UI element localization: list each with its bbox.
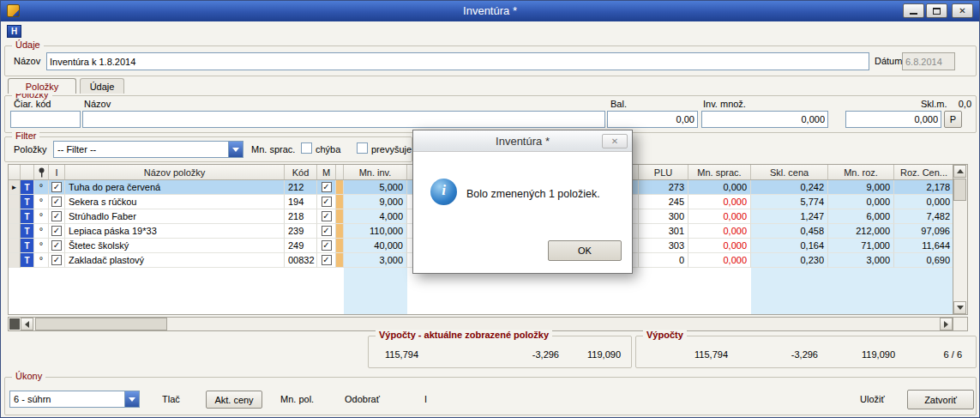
checkbox-m[interactable]: ✓ bbox=[322, 182, 332, 192]
nazov-input[interactable] bbox=[46, 52, 869, 70]
i-button[interactable]: I bbox=[424, 394, 427, 404]
close-button[interactable]: ✕ bbox=[952, 3, 973, 18]
dialog-titlebar[interactable]: Inventúra * ✕ bbox=[413, 130, 632, 152]
cell-strip bbox=[336, 180, 344, 195]
checkbox-m[interactable]: ✓ bbox=[322, 226, 332, 236]
filter-dropdown-button[interactable] bbox=[228, 142, 243, 157]
cell-ind bbox=[9, 224, 21, 239]
filter-polozky-label: Položky bbox=[14, 144, 47, 154]
h-button[interactable]: H bbox=[7, 25, 21, 38]
close-icon: ✕ bbox=[611, 136, 618, 146]
cell-rozcen: 11,644 bbox=[894, 239, 953, 253]
grid-splitter-handle[interactable] bbox=[9, 318, 20, 330]
checkbox-i[interactable]: ✓ bbox=[51, 240, 62, 251]
cell-mnroz: 71,000 bbox=[828, 239, 894, 253]
scroll-down-button[interactable] bbox=[953, 301, 966, 314]
checkbox-m[interactable]: ✓ bbox=[322, 197, 332, 207]
cell-mnroz: 3,000 bbox=[828, 253, 894, 268]
ulozit-button[interactable]: Uložiť bbox=[860, 394, 885, 404]
column-header-mnroz[interactable]: Mn. roz. bbox=[828, 165, 894, 179]
cell-kod: 00832 bbox=[285, 253, 317, 268]
cell-i: ✓ bbox=[49, 239, 65, 253]
v-scroll-thumb[interactable] bbox=[953, 179, 966, 201]
scroll-left-button[interactable] bbox=[21, 318, 33, 330]
checkbox-i[interactable]: ✓ bbox=[51, 197, 62, 207]
scroll-corner bbox=[953, 317, 968, 331]
minimize-icon bbox=[910, 8, 917, 15]
prevysuje-label: prevyšuje bbox=[371, 144, 412, 154]
column-header-i[interactable]: I bbox=[49, 165, 65, 179]
odobrat-button[interactable]: Odobrať bbox=[345, 394, 380, 404]
column-header-mninv[interactable]: Mn. inv. bbox=[344, 165, 407, 179]
cell-sklcena: 1,247 bbox=[751, 209, 828, 224]
filter-dropdown[interactable]: -- Filter -- bbox=[53, 141, 243, 158]
cell-rozcen: 0,000 bbox=[894, 195, 953, 209]
checkbox-i[interactable]: ✓ bbox=[51, 211, 62, 221]
summary-total-group: Výpočty 115,794 -3,296 119,090 6 / 6 bbox=[635, 336, 977, 368]
checkbox-i[interactable]: ✓ bbox=[51, 255, 62, 265]
scroll-down-icon bbox=[957, 306, 964, 310]
titlebar[interactable]: Inventúra * ✕ bbox=[1, 1, 979, 21]
cell-strip bbox=[336, 209, 344, 224]
checkbox-i[interactable]: ✓ bbox=[51, 226, 62, 236]
cell-pin: ° bbox=[34, 195, 49, 209]
action-select[interactable]: 6 - súhrn bbox=[9, 391, 140, 408]
column-header-m[interactable]: M bbox=[317, 165, 336, 179]
cell-mnsprac: 0,000 bbox=[688, 195, 751, 209]
current-row-indicator: ► bbox=[9, 180, 21, 195]
mn-pol-button[interactable]: Mn. pol. bbox=[280, 394, 314, 404]
column-header-t bbox=[21, 165, 34, 179]
tab-polozky[interactable]: Položky bbox=[8, 78, 76, 94]
summary-value: 119,090 bbox=[842, 349, 895, 360]
zatvorit-button[interactable]: Zatvoriť bbox=[907, 390, 974, 409]
column-header-mnsprac[interactable]: Mn. sprac. bbox=[688, 165, 751, 179]
ciar-kod-input[interactable] bbox=[10, 111, 81, 128]
checkbox-m[interactable]: ✓ bbox=[322, 240, 332, 251]
cell-m: ✓ bbox=[317, 209, 336, 224]
summary-visible-caption: Výpočty - aktuálne zobrazené položky bbox=[376, 330, 552, 340]
maximize-icon bbox=[933, 8, 941, 15]
prevysuje-checkbox[interactable] bbox=[357, 142, 368, 154]
minimize-button[interactable] bbox=[903, 3, 924, 18]
info-icon bbox=[430, 179, 457, 205]
maximize-button[interactable] bbox=[926, 3, 947, 18]
akt-ceny-button[interactable]: Akt. ceny bbox=[206, 391, 262, 409]
bal-input[interactable] bbox=[607, 111, 698, 128]
checkbox-i[interactable]: ✓ bbox=[51, 182, 62, 192]
cell-t: T bbox=[21, 180, 34, 195]
cell-strip bbox=[336, 195, 344, 209]
summary-value: 115,794 bbox=[675, 349, 728, 360]
filter-group: Filter Položky -- Filter -- Mn. sprac. c… bbox=[4, 136, 412, 162]
window: { "window": { "title": "Inventúra *", "h… bbox=[0, 0, 980, 418]
column-header-rozcen[interactable]: Roz. Cen... bbox=[894, 165, 953, 179]
filter-dropdown-value: -- Filter -- bbox=[54, 144, 228, 154]
scroll-right-button[interactable] bbox=[940, 318, 953, 330]
close-icon: ✕ bbox=[959, 7, 965, 15]
scroll-up-button[interactable] bbox=[953, 165, 966, 178]
checkbox-m[interactable]: ✓ bbox=[322, 211, 332, 221]
datum-input[interactable] bbox=[902, 52, 955, 70]
polozky-nazov-input[interactable] bbox=[82, 111, 605, 128]
v-scrollbar[interactable] bbox=[953, 164, 968, 315]
nazov-label: Názov bbox=[14, 56, 40, 66]
sklm-input[interactable] bbox=[845, 111, 941, 128]
tab-udaje[interactable]: Údaje bbox=[80, 78, 124, 94]
tlac-button[interactable]: Tlač bbox=[162, 394, 180, 404]
ok-button[interactable]: OK bbox=[548, 240, 622, 261]
message-dialog: Inventúra * ✕ Bolo zmenených 1 položiek.… bbox=[412, 130, 633, 274]
h-scroll-thumb[interactable] bbox=[35, 318, 167, 330]
column-header-kod[interactable]: Kód bbox=[285, 165, 317, 179]
cell-pin: ° bbox=[34, 239, 49, 253]
checkbox-m[interactable]: ✓ bbox=[322, 255, 332, 265]
ciar-kod-label: Čiar. kód bbox=[14, 99, 51, 109]
column-header-sklcena[interactable]: Skl. cena bbox=[751, 165, 828, 179]
inv-mnoz-label: Inv. množ. bbox=[703, 99, 746, 109]
column-header-pin[interactable] bbox=[34, 165, 49, 179]
action-dropdown-button[interactable] bbox=[124, 391, 139, 407]
inv-mnoz-input[interactable] bbox=[701, 111, 828, 128]
dialog-close-button[interactable]: ✕ bbox=[602, 134, 628, 148]
p-button[interactable]: P bbox=[944, 111, 962, 128]
column-header-plu[interactable]: PLU bbox=[639, 165, 688, 179]
column-header-nazov[interactable]: Názov položky bbox=[65, 165, 285, 179]
chyba-checkbox[interactable] bbox=[301, 142, 312, 154]
